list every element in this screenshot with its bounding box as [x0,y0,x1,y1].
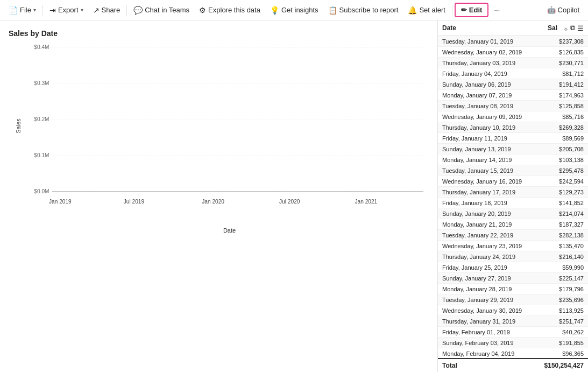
x-axis-label: Date [30,227,429,234]
cell-date: Sunday, February 03, 2019 [442,340,546,346]
cell-date: Friday, January 18, 2019 [442,200,546,206]
cell-value: $129,273 [546,189,584,195]
cell-value: $187,327 [546,221,584,228]
subscribe-icon: 📋 [328,6,337,15]
data-table: Date Sal ⬦ ⧉ ☰ Tuesday, January 01, 2019… [437,20,588,372]
table-row: Monday, January 07, 2019$174,963 [438,90,588,101]
cell-date: Friday, January 11, 2019 [442,135,546,142]
more-label: ··· [494,6,500,14]
cell-value: $230,771 [546,60,584,66]
cell-value: $96,365 [546,350,584,357]
svg-text:$0.2M: $0.2M [34,116,49,122]
total-value: $150,254,427 [544,362,584,369]
cell-value: $214,074 [546,210,584,217]
cell-value: $85,716 [546,114,584,120]
table-row: Wednesday, January 16, 2019$242,594 [438,176,588,187]
edit-button[interactable]: ✏ Edit [455,3,489,17]
table-row: Monday, January 21, 2019$187,327 [438,219,588,230]
explore-data-label: Explore this data [208,6,260,14]
cell-value: $205,708 [546,146,584,152]
cell-value: $295,478 [546,167,584,174]
table-row: Tuesday, January 08, 2019$125,858 [438,101,588,111]
cell-date: Monday, January 14, 2019 [442,157,546,163]
table-row: Friday, January 18, 2019$141,852 [438,198,588,208]
chart-title: Sales by Date [9,29,429,38]
cell-value: $251,747 [546,318,584,325]
table-row: Friday, January 11, 2019$89,569 [438,133,588,144]
get-insights-label: Get insights [281,6,318,14]
svg-text:Jan 2020: Jan 2020 [202,199,224,205]
table-header-icons: ⬦ ⧉ ☰ [564,24,584,32]
svg-text:Jan 2019: Jan 2019 [49,199,72,205]
more-button[interactable]: ··· [490,4,504,16]
cell-value: $216,140 [546,254,584,260]
edit-icon: ✏ [461,6,467,14]
table-row: Sunday, January 27, 2019$225,147 [438,273,588,284]
table-row: Tuesday, January 01, 2019$237,308 [438,36,588,47]
table-row: Sunday, January 06, 2019$191,412 [438,79,588,90]
teams-icon: 💬 [133,6,143,15]
chart-area: Sales by Date $0.4M $0.3M $0.2M $0.1M $0… [0,20,437,372]
share-button[interactable]: ↗ Share [89,4,125,17]
cell-value: $103,138 [546,157,584,163]
cell-value: $237,308 [546,38,584,45]
cell-date: Monday, January 28, 2019 [442,286,546,292]
export-icon: ⇥ [49,6,56,15]
table-row: Thursday, January 17, 2019$129,273 [438,187,588,198]
cell-date: Tuesday, January 15, 2019 [442,167,546,174]
get-insights-button[interactable]: 💡 Get insights [266,4,323,17]
sales-chart: $0.4M $0.3M $0.2M $0.1M $0.0M Jan 2019 J… [30,42,423,214]
toolbar: 📄 File ▾ ⇥ Export ▾ ↗ Share 💬 Chat in Te… [0,0,588,20]
explore-data-button[interactable]: ⚙ Explore this data [195,4,265,17]
cell-date: Sunday, January 06, 2019 [442,81,546,88]
svg-text:Jul 2019: Jul 2019 [124,199,145,205]
cell-date: Wednesday, January 23, 2019 [442,243,546,249]
subscribe-label: Subscribe to report [339,6,399,14]
copilot-button[interactable]: 🤖 Copilot [543,4,584,16]
svg-text:$0.4M: $0.4M [34,44,49,50]
insights-icon: 💡 [270,6,279,15]
table-row: Thursday, January 03, 2019$230,771 [438,58,588,68]
sort-icon[interactable]: ⬦ [564,24,568,32]
menu-icon[interactable]: ☰ [577,24,584,32]
cell-date: Sunday, January 13, 2019 [442,146,546,152]
cell-date: Monday, January 21, 2019 [442,221,546,228]
cell-date: Wednesday, January 16, 2019 [442,178,546,185]
table-row: Wednesday, January 02, 2019$126,835 [438,47,588,58]
set-alert-button[interactable]: 🔔 Set alert [403,4,449,17]
table-row: Friday, January 04, 2019$81,712 [438,68,588,79]
cell-value: $135,470 [546,243,584,249]
edit-label: Edit [469,6,483,14]
main-content: Sales by Date $0.4M $0.3M $0.2M $0.1M $0… [0,20,588,372]
table-header: Date Sal ⬦ ⧉ ☰ [438,20,588,36]
table-row: Thursday, January 31, 2019$251,747 [438,316,588,327]
copy-icon[interactable]: ⧉ [570,24,575,32]
cell-date: Thursday, January 31, 2019 [442,318,546,325]
table-row: Friday, February 01, 2019$40,262 [438,327,588,338]
cell-date: Thursday, January 03, 2019 [442,60,546,66]
table-row: Sunday, January 20, 2019$214,074 [438,208,588,219]
export-button[interactable]: ⇥ Export ▾ [45,4,88,17]
chat-in-teams-button[interactable]: 💬 Chat in Teams [129,4,194,17]
cell-date: Friday, January 25, 2019 [442,264,546,271]
subscribe-button[interactable]: 📋 Subscribe to report [324,4,403,17]
share-label: Share [102,6,121,14]
cell-date: Thursday, January 24, 2019 [442,254,546,260]
export-label: Export [58,6,79,14]
cell-value: $174,963 [546,92,584,99]
table-row: Monday, January 14, 2019$103,138 [438,155,588,165]
col-date-label: Date [442,24,546,32]
file-icon: 📄 [9,6,18,15]
cell-value: $141,852 [546,200,584,206]
divider-1 [42,5,43,16]
cell-value: $179,796 [546,286,584,292]
cell-date: Tuesday, January 22, 2019 [442,232,546,238]
cell-value: $235,696 [546,297,584,303]
file-menu[interactable]: 📄 File ▾ [4,4,40,17]
file-chevron-icon: ▾ [33,7,36,13]
total-label: Total [442,362,544,369]
cell-value: $282,138 [546,232,584,238]
y-axis-label: Sales [15,118,22,134]
copilot-icon: 🤖 [547,6,556,14]
cell-date: Wednesday, January 02, 2019 [442,49,546,55]
